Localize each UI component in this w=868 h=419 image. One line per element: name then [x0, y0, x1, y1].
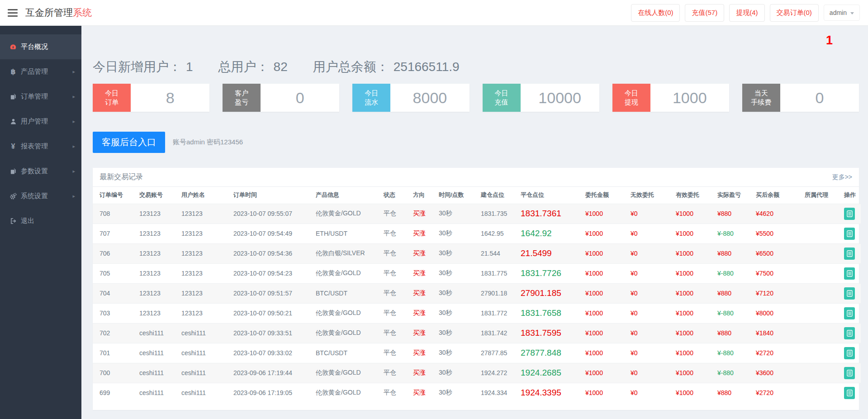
- row-detail-button[interactable]: [844, 327, 855, 339]
- order-id: 700: [93, 363, 136, 383]
- post-balance: ¥6500: [752, 243, 801, 263]
- header-quick-link[interactable]: 交易订单(0): [770, 4, 819, 22]
- stat-cards: 今日订单8客户盈亏0今日流水8000今日充值10000今日提现1000当天手续费…: [93, 84, 859, 112]
- order-time: 2023-10-07 09:51:57: [230, 283, 312, 303]
- sidebar-item[interactable]: 参数设置▸: [0, 159, 81, 184]
- invalid-entrust: ¥0: [627, 343, 672, 363]
- admin-dropdown[interactable]: admin: [824, 5, 860, 21]
- close-point: 21.5499: [517, 243, 582, 263]
- time-points: 30秒: [435, 204, 477, 224]
- trade-account: ceshi111: [136, 363, 178, 383]
- service-credentials-hint: 账号admin 密码123456: [173, 138, 243, 147]
- sidebar-item-label: 平台概况: [21, 43, 48, 51]
- stat-card-value: 10000: [521, 84, 599, 112]
- row-detail-button[interactable]: [844, 228, 855, 240]
- table-column-header: 操作: [840, 187, 861, 204]
- chevron-right-icon: ▸: [72, 94, 75, 100]
- actual-profit: ¥880: [714, 323, 752, 343]
- time-points: 30秒: [435, 323, 477, 343]
- agent: [801, 383, 840, 403]
- open-point: 1924.272: [477, 363, 517, 383]
- sidebar-item[interactable]: 用户管理▸: [0, 109, 81, 134]
- actual-profit: ¥880: [714, 204, 752, 224]
- post-balance: ¥7500: [752, 263, 801, 283]
- stat-card-label: 客户盈亏: [223, 84, 261, 112]
- product-info: 伦敦黄金/GOLD: [312, 363, 380, 383]
- sidebar-item[interactable]: ¥报表管理▸: [0, 134, 81, 159]
- customer-service-button[interactable]: 客服后台入口: [93, 132, 165, 153]
- summary-stats: 今日新增用户：1总用户：82用户总余额：25166511.9: [93, 58, 859, 76]
- row-detail-button[interactable]: [844, 267, 855, 280]
- user-name: 123123: [178, 224, 230, 243]
- stat-card-label: 今日提现: [612, 84, 650, 112]
- direction: 买涨: [409, 204, 435, 224]
- admin-username: admin: [830, 9, 847, 16]
- table-row: 699ceshi111ceshi1112023-09-06 17:19:05伦敦…: [93, 383, 861, 403]
- time-points: 30秒: [435, 263, 477, 283]
- table-header-row: 订单编号交易账号用户姓名订单时间产品信息状态方向时间/点数建仓点位平仓点位委托金…: [93, 187, 861, 204]
- status: 平仓: [380, 303, 409, 323]
- invalid-entrust: ¥0: [627, 363, 672, 383]
- operation: [840, 383, 861, 403]
- order-id: 707: [93, 224, 136, 243]
- row-detail-button[interactable]: [844, 248, 855, 260]
- entrust-amount: ¥1000: [582, 343, 627, 363]
- valid-entrust: ¥1000: [672, 204, 714, 224]
- time-points: 30秒: [435, 224, 477, 243]
- stat-card-value: 8000: [390, 84, 469, 112]
- operation: [840, 243, 861, 263]
- sidebar-item-label: 用户管理: [21, 117, 48, 126]
- settings-icon: [6, 193, 20, 200]
- entrust-amount: ¥1000: [582, 224, 627, 243]
- sidebar-item[interactable]: 平台概况: [0, 34, 81, 59]
- trade-account: 123123: [136, 243, 178, 263]
- trade-account: 123123: [136, 283, 178, 303]
- header-quick-link[interactable]: 在线人数(0): [631, 4, 680, 22]
- direction: 买涨: [409, 243, 435, 263]
- open-point: 27877.85: [477, 343, 517, 363]
- valid-entrust: ¥1000: [672, 383, 714, 403]
- trade-account: ceshi111: [136, 383, 178, 403]
- open-point: 1831.772: [477, 303, 517, 323]
- sidebar-item[interactable]: 订单管理▸: [0, 84, 81, 109]
- menu-toggle-icon[interactable]: [6, 5, 19, 20]
- table-column-header: 无效委托: [627, 187, 672, 204]
- stat-card: 今日提现1000: [612, 84, 729, 112]
- close-point: 27877.848: [517, 343, 582, 363]
- time-points: 30秒: [435, 383, 477, 403]
- row-detail-button[interactable]: [844, 287, 855, 300]
- trade-account: ceshi111: [136, 343, 178, 363]
- stat-card-label: 当天手续费: [742, 84, 780, 112]
- agent: [801, 283, 840, 303]
- row-detail-button[interactable]: [844, 367, 855, 379]
- row-detail-button[interactable]: [844, 347, 855, 359]
- stat-card: 当天手续费0: [742, 84, 859, 112]
- more-link[interactable]: 更多>>: [832, 173, 852, 181]
- open-point: 1831.742: [477, 323, 517, 343]
- table-row: 7051231231231232023-10-07 09:54:23伦敦黄金/G…: [93, 263, 861, 283]
- row-detail-button[interactable]: [844, 208, 855, 220]
- stat-card-value: 8: [131, 84, 209, 112]
- row-detail-button[interactable]: [844, 387, 855, 399]
- product-info: BTC/USDT: [312, 283, 380, 303]
- stat-card: 今日流水8000: [352, 84, 469, 112]
- header-quick-link[interactable]: 充值(57): [685, 4, 724, 22]
- sidebar-item-label: 退出: [21, 217, 34, 225]
- header-quick-link[interactable]: 提现(4): [729, 4, 764, 22]
- sidebar-item[interactable]: 退出: [0, 209, 81, 233]
- stat-card-label: 今日充值: [483, 84, 521, 112]
- entrust-amount: ¥1000: [582, 204, 627, 224]
- sidebar-item[interactable]: ฿产品管理▸: [0, 59, 81, 84]
- user-name: ceshi111: [178, 363, 230, 383]
- close-point: 1831.7658: [517, 303, 582, 323]
- panel-header: 最新交易记录 更多>>: [93, 168, 859, 187]
- open-point: 1642.95: [477, 224, 517, 243]
- sidebar-item[interactable]: 系统设置▸: [0, 184, 81, 209]
- user-name: 123123: [178, 303, 230, 323]
- order-id: 702: [93, 323, 136, 343]
- entrust-amount: ¥1000: [582, 283, 627, 303]
- sidebar-item-label: 系统设置: [21, 192, 48, 200]
- row-detail-button[interactable]: [844, 307, 855, 319]
- sidebar-item-label: 订单管理: [21, 92, 48, 101]
- actual-profit: ¥880: [714, 383, 752, 403]
